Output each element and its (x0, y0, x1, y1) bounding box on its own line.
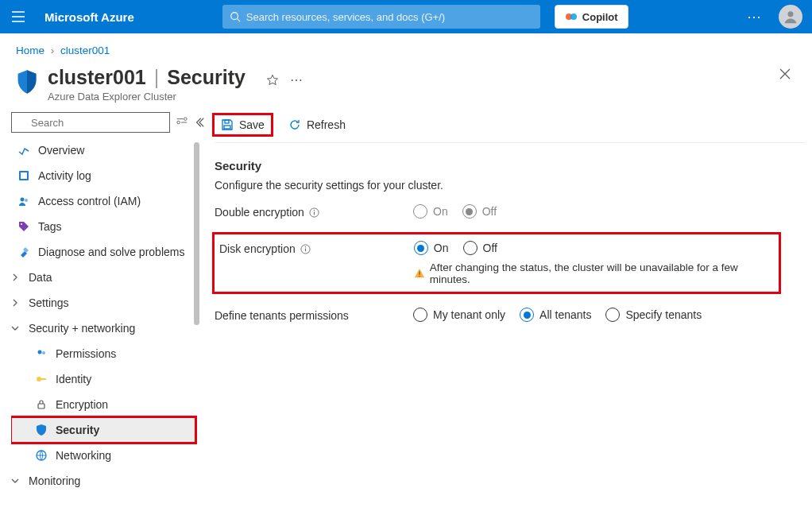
user-avatar[interactable] (779, 5, 802, 29)
radio-label: On (433, 205, 448, 218)
globe-icon (35, 449, 48, 462)
refresh-button[interactable]: Refresh (282, 115, 352, 134)
sidebar-group-monitoring[interactable]: Monitoring (11, 468, 195, 492)
chevron-right-icon (11, 273, 22, 281)
svg-rect-24 (314, 211, 315, 215)
sidebar-item-label: Diagnose and solve problems (38, 246, 184, 258)
brand-label[interactable]: Microsoft Azure (37, 10, 142, 24)
double-encryption-off-radio: Off (462, 204, 497, 219)
svg-point-9 (21, 198, 25, 202)
radio-label: Specify tenants (625, 308, 702, 321)
sidebar-item-label: Identity (56, 373, 91, 385)
tenant-specify-radio[interactable]: Specify tenants (605, 308, 702, 322)
hamburger-icon[interactable] (6, 5, 30, 29)
disk-encryption-off-radio[interactable]: Off (463, 241, 497, 255)
sidebar-item-iam[interactable]: Access control (IAM) (11, 188, 195, 214)
tenants-permissions-row: Define tenants permissions My tenant onl… (215, 308, 806, 322)
close-icon[interactable] (779, 68, 791, 80)
tenant-my-radio[interactable]: My tenant only (413, 308, 505, 322)
radio-label: On (434, 242, 449, 254)
svg-point-2 (570, 14, 577, 20)
breadcrumb: Home › cluster001 (0, 33, 812, 61)
sidebar-item-tags[interactable]: Tags (11, 214, 195, 239)
double-encryption-label: Double encryption (215, 206, 304, 219)
azure-top-bar: Microsoft Azure Copilot ⋯ (0, 0, 812, 33)
breadcrumb-resource[interactable]: cluster001 (60, 45, 110, 56)
pin-icon[interactable] (266, 74, 279, 87)
more-icon[interactable]: ⋯ (737, 8, 772, 25)
sidebar-item-label: Activity log (38, 169, 91, 182)
chevron-right-icon (11, 299, 22, 307)
svg-rect-15 (41, 378, 46, 380)
tenants-permissions-label: Define tenants permissions (215, 309, 349, 322)
breadcrumb-home[interactable]: Home (16, 45, 44, 56)
sidebar-item-label: Security (56, 424, 99, 436)
shield-icon (16, 69, 38, 95)
warning-icon (414, 268, 425, 279)
radio-label: My tenant only (433, 308, 505, 321)
lock-icon (35, 398, 48, 411)
svg-rect-28 (419, 271, 420, 274)
search-icon (230, 11, 241, 22)
disk-encryption-on-radio[interactable]: On (414, 241, 449, 255)
scrollbar-thumb[interactable] (194, 142, 199, 325)
disk-encryption-label: Disk encryption (219, 242, 296, 255)
sidebar-group-settings[interactable]: Settings (11, 290, 195, 316)
svg-point-14 (37, 377, 41, 381)
global-search-input[interactable] (222, 5, 540, 29)
chevron-down-icon (11, 324, 22, 332)
sidebar-item-label: Security + networking (29, 322, 135, 335)
overview-icon (17, 144, 30, 157)
sidebar-item-permissions[interactable]: Permissions (11, 341, 195, 366)
sidebar-item-encryption[interactable]: Encryption (11, 392, 195, 417)
sidebar-item-overview[interactable]: Overview (11, 137, 195, 163)
info-icon[interactable] (309, 207, 319, 218)
svg-point-10 (25, 199, 28, 202)
tenant-all-radio[interactable]: All tenants (520, 308, 591, 322)
section-description: Configure the security settings for your… (215, 179, 806, 192)
people-icon (17, 195, 30, 207)
copilot-button[interactable]: Copilot (555, 5, 628, 29)
sidebar-group-data[interactable]: Data (11, 265, 195, 290)
more-commands-icon[interactable]: ⋯ (290, 72, 304, 87)
radio-label: All tenants (539, 308, 591, 321)
sort-icon[interactable] (176, 117, 188, 128)
page-title: cluster001 | Security (48, 66, 246, 89)
sidebar-item-activity-log[interactable]: Activity log (11, 163, 195, 188)
save-icon (221, 118, 234, 131)
svg-rect-27 (305, 248, 306, 251)
radio-label: Off (482, 205, 497, 218)
sidebar-item-label: Data (29, 271, 52, 284)
save-label: Save (239, 118, 265, 131)
disk-encryption-row: Disk encryption On Off (219, 241, 774, 285)
sidebar-item-label: Encryption (56, 398, 108, 411)
people-icon (35, 347, 48, 360)
info-icon[interactable] (300, 244, 311, 254)
sidebar-item-networking[interactable]: Networking (11, 443, 195, 468)
page-subtitle: Azure Data Explorer Cluster (48, 91, 246, 103)
double-encryption-on-radio: On (413, 204, 448, 219)
chevron-down-icon (11, 477, 22, 485)
tag-icon (17, 220, 30, 233)
sidebar-item-label: Access control (IAM) (38, 195, 141, 207)
sidebar-group-security-networking[interactable]: Security + networking (11, 316, 195, 341)
svg-rect-20 (225, 120, 229, 123)
collapse-sidebar-icon[interactable] (194, 117, 205, 128)
sidebar-search-input[interactable] (11, 112, 170, 133)
sidebar-item-label: Permissions (56, 347, 116, 360)
warning-text: After changing the status, the cluster w… (430, 261, 774, 285)
disk-encryption-highlight: Disk encryption On Off (215, 234, 779, 292)
sidebar-item-security[interactable]: Security (11, 417, 195, 443)
refresh-icon (288, 118, 301, 131)
sidebar-item-label: Networking (56, 449, 111, 462)
sidebar-item-label: Tags (38, 220, 62, 233)
command-toolbar: Save Refresh (215, 110, 806, 143)
sidebar-item-diagnose[interactable]: Diagnose and solve problems (11, 239, 195, 265)
svg-point-29 (419, 276, 420, 277)
sidebar-item-identity[interactable]: Identity (11, 366, 195, 392)
svg-point-3 (788, 11, 794, 17)
security-panel: Save Refresh Security Configure the secu… (199, 110, 812, 511)
save-button[interactable]: Save (215, 115, 271, 134)
shield-icon (35, 424, 48, 436)
global-search[interactable] (222, 5, 540, 29)
